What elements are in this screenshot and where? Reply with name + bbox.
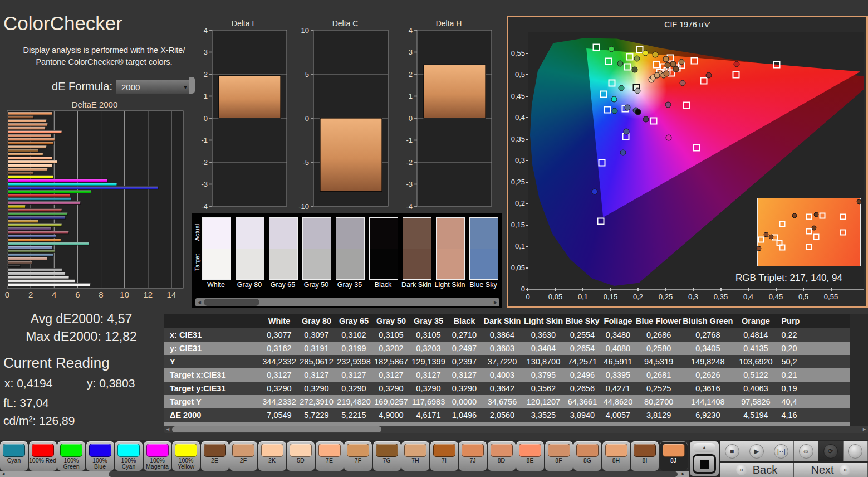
cie-x-tick: 0,55	[821, 293, 841, 301]
table-cell: 3,3525	[523, 408, 564, 422]
pattern-window-button[interactable]	[693, 454, 716, 474]
table-cell: 64,3661	[564, 395, 601, 408]
cie-x-tickmark	[803, 288, 804, 291]
patch-tile-Cyan[interactable]: Cyan	[0, 441, 28, 471]
refresh-button[interactable]: ⟳	[818, 441, 843, 461]
patch-tile-8F[interactable]: 8F	[545, 441, 573, 471]
patch-tile-100% Yellow[interactable]: 100% Yellow	[172, 441, 200, 471]
swatch-target	[269, 249, 297, 279]
patch-strip-scrollbar[interactable]: ◄ ►	[0, 471, 689, 477]
cie-y-tick: 0,05	[508, 264, 525, 272]
patch-tile-100% Green[interactable]: 100% Green	[57, 441, 85, 471]
patch-tile-2E[interactable]: 2E	[201, 441, 229, 471]
target-square-marker	[592, 43, 600, 51]
patch-tile-7F[interactable]: 7F	[344, 441, 372, 471]
patch-tile-7J[interactable]: 7J	[459, 441, 487, 471]
patch-swatch	[376, 444, 398, 457]
patch-tile-8E[interactable]: 8E	[516, 441, 544, 471]
back-button[interactable]: « Back	[720, 463, 794, 477]
swatch-scrollbar-thumb[interactable]	[204, 299, 259, 306]
patch-tile-8H[interactable]: 8H	[602, 441, 630, 471]
table-row: y: CIE310,31620,31910,31990,32020,32030,…	[164, 342, 850, 355]
patch-tile-8I[interactable]: 8I	[631, 441, 659, 471]
cie-x-tickmark	[831, 288, 832, 291]
target-square-marker	[650, 117, 657, 124]
target-square-marker	[773, 61, 781, 68]
svg-text:-1: -1	[406, 136, 413, 144]
chevron-left-icon: «	[736, 464, 747, 475]
patch-tile-8G[interactable]: 8G	[573, 441, 601, 471]
deltaC-chart-svg: 1050-5-10	[297, 19, 393, 217]
table-cell: 6,9230	[682, 408, 733, 422]
row-label: ΔE 2000	[164, 408, 261, 422]
table-cell: 344,2332	[261, 355, 298, 368]
scroll-left-icon[interactable]: ◄	[164, 426, 171, 433]
chevron-up-icon: ▲	[702, 445, 707, 450]
play-button[interactable]: ▶	[744, 441, 769, 461]
scroll-right-icon[interactable]: ►	[861, 426, 868, 433]
svg-text:3: 3	[409, 48, 413, 56]
table-cell: 0,3290	[410, 382, 447, 395]
patch-tile-100% Magenta[interactable]: 100% Magenta	[144, 441, 171, 471]
expand-up-button[interactable]: ▲	[693, 443, 715, 452]
patch-tile-100% Cyan[interactable]: 100% Cyan	[115, 441, 143, 471]
stop-button[interactable]: ■	[720, 441, 744, 461]
measured-circle-marker	[705, 72, 712, 79]
cie-y-tickmark	[526, 74, 528, 75]
patch-tile-2F[interactable]: 2F	[229, 441, 257, 471]
collapse-tab-handle[interactable]	[189, 77, 195, 94]
next-button[interactable]: Next »	[794, 463, 868, 477]
measured-circle-marker	[673, 66, 679, 72]
patch-tile-7E[interactable]: 7E	[316, 441, 344, 471]
patch-tile-7H[interactable]: 7H	[401, 441, 429, 471]
patch-label: 2K	[258, 457, 286, 464]
infinity-button[interactable]: ∞	[794, 441, 818, 461]
svg-text:2: 2	[409, 70, 413, 79]
patch-tile-2K[interactable]: 2K	[258, 441, 286, 471]
table-cell: 0,4063	[733, 382, 778, 395]
scroll-right-icon[interactable]: ►	[492, 298, 499, 306]
chevron-right-icon: »	[840, 464, 851, 475]
table-cell: 44,8620	[601, 395, 635, 408]
cie-x-tickmark	[610, 288, 611, 291]
scroll-right-icon[interactable]: ►	[681, 471, 685, 477]
table-scrollbar[interactable]: ◄ ►	[164, 426, 868, 433]
table-corner-cell	[164, 314, 261, 328]
inset-measured-circle	[857, 199, 862, 205]
inset-target-square	[806, 244, 812, 250]
range-button[interactable]: [··]	[769, 441, 794, 461]
table-cell: 94,5319	[635, 355, 682, 368]
swatch-actual	[269, 218, 297, 249]
patch-scrollbar-thumb[interactable]	[109, 471, 678, 477]
table-cell: 40,4	[778, 395, 850, 408]
svg-text:-10: -10	[298, 202, 309, 211]
patch-tile-8J[interactable]: 8J	[660, 441, 688, 471]
cie-y-tick: 0,4	[508, 113, 525, 121]
svg-text:-1: -1	[201, 136, 208, 144]
patch-swatch	[232, 444, 254, 457]
patch-tile-7I[interactable]: 7I	[430, 441, 458, 471]
swatch-Dark Skin	[403, 217, 431, 280]
range-icon: [··]	[774, 444, 788, 459]
patch-tile-7G[interactable]: 7G	[373, 441, 401, 471]
patch-tile-8D[interactable]: 8D	[488, 441, 516, 471]
patch-tile-100% Red[interactable]: 100% Red	[29, 441, 57, 471]
table-scrollbar-thumb[interactable]	[172, 426, 381, 432]
patch-tile-100% Blue[interactable]: 100% Blue	[86, 441, 114, 471]
de-formula-dropdown[interactable]: 2000 ▼	[116, 80, 192, 94]
current-reading-heading: Current Reading	[3, 354, 110, 372]
target-square-marker	[609, 79, 616, 86]
swatch-scrollbar[interactable]: ◄►	[195, 298, 499, 306]
scroll-left-icon[interactable]: ◄	[195, 298, 203, 306]
cie-x-tick: 0,15	[601, 293, 621, 301]
patch-tile-5D[interactable]: 5D	[287, 441, 315, 471]
record-button[interactable]	[844, 441, 868, 461]
deltae2000-chart: DeltaE 2000 02468101214	[3, 100, 186, 301]
swatch-actual	[236, 218, 264, 249]
table-cell: 130,8700	[523, 355, 564, 368]
cie-x-tick: 0,05	[546, 293, 566, 301]
table-cell: 0,21	[778, 368, 850, 382]
measured-circle-marker	[664, 70, 670, 76]
scroll-left-icon[interactable]: ◄	[1, 471, 6, 477]
table-cell: 0,20	[778, 342, 850, 355]
